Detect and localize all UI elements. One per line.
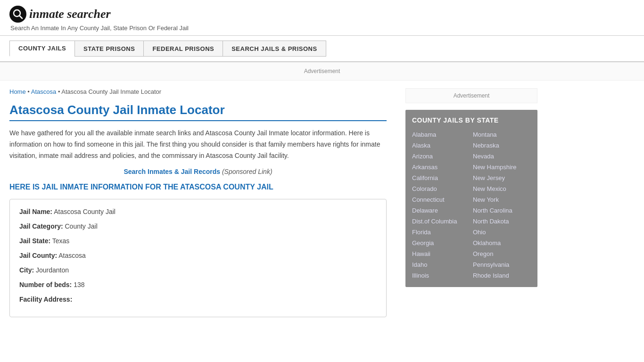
page-description: We have gathered for you all the availab… (9, 128, 387, 161)
sponsored-link-area: Search Inmates & Jail Records (Sponsored… (9, 168, 387, 175)
state-link[interactable]: Georgia (412, 238, 470, 248)
city-row: City: Jourdanton (19, 265, 377, 275)
jail-name-row: Jail Name: Atascosa County Jail (19, 207, 377, 217)
info-box: Jail Name: Atascosa County Jail Jail Cat… (9, 199, 387, 317)
nav-search-jails[interactable]: SEARCH JAILS & PRISONS (223, 41, 326, 57)
state-link[interactable]: Alaska (412, 140, 470, 150)
address-label: Facility Address: (19, 296, 72, 303)
svg-line-1 (19, 16, 22, 18)
state-link[interactable]: Montana (473, 130, 531, 140)
state-link[interactable]: New Mexico (473, 184, 531, 194)
state-link[interactable]: Illinois (412, 271, 470, 280)
nav-county-jails[interactable]: COUNTY JAILS (9, 41, 74, 57)
sponsored-link[interactable]: Search Inmates & Jail Records (124, 168, 220, 175)
state-link[interactable]: Nebraska (473, 140, 531, 150)
sponsored-label: (Sponsored Link) (222, 168, 272, 175)
city-value: Jourdanton (36, 266, 69, 274)
state-link[interactable]: Hawaii (412, 249, 470, 259)
logo-area: inmate searcher (9, 6, 635, 23)
logo-text: inmate searcher (29, 7, 111, 21)
jail-state-row: Jail State: Texas (19, 236, 377, 246)
state-link[interactable]: North Carolina (473, 206, 531, 215)
state-link[interactable]: Oregon (473, 249, 531, 259)
nav-federal-prisons[interactable]: FEDERAL PRISONS (143, 41, 223, 57)
main-content: Home • Atascosa • Atascosa County Jail I… (9, 81, 396, 327)
jail-category-label: Jail Category: (19, 222, 63, 230)
state-link[interactable]: Alabama (412, 130, 470, 140)
state-grid: AlabamaMontanaAlaskaNebraskaArizonaNevad… (412, 130, 531, 280)
jail-category-value: County Jail (65, 222, 97, 230)
nav-state-prisons[interactable]: STATE PRISONS (74, 41, 143, 57)
jail-county-label: Jail County: (19, 252, 57, 259)
tagline: Search An Inmate In Any County Jail, Sta… (10, 25, 635, 32)
state-link[interactable]: Oklahoma (473, 238, 531, 248)
state-link[interactable]: New York (473, 195, 531, 205)
jail-category-row: Jail Category: County Jail (19, 222, 377, 231)
jail-county-value: Atascosa (58, 252, 86, 259)
city-label: City: (19, 266, 34, 274)
ad-top-banner: Advertisement (0, 62, 644, 81)
state-link[interactable]: Dist.of Columbia (412, 216, 470, 226)
ad-sidebar: Advertisement (405, 88, 537, 103)
beds-value: 138 (74, 281, 84, 288)
jail-state-value: Texas (52, 237, 70, 245)
header: inmate searcher Search An Inmate In Any … (0, 0, 644, 36)
state-link[interactable]: New Jersey (473, 173, 531, 183)
breadcrumb: Home • Atascosa • Atascosa County Jail I… (9, 88, 387, 95)
state-link[interactable]: Nevada (473, 151, 531, 161)
jail-name-value: Atascosa County Jail (54, 208, 116, 215)
state-link[interactable]: North Dakota (473, 216, 531, 226)
jail-state-label: Jail State: (19, 237, 50, 245)
main-layout: Home • Atascosa • Atascosa County Jail I… (0, 81, 641, 327)
state-link[interactable]: Arkansas (412, 162, 470, 172)
state-link[interactable]: Colorado (412, 184, 470, 194)
state-link[interactable]: Florida (412, 227, 470, 237)
page-title: Atascosa County Jail Inmate Locator (9, 103, 387, 121)
breadcrumb-home[interactable]: Home (9, 88, 26, 95)
state-box: COUNTY JAILS BY STATE AlabamaMontanaAlas… (405, 110, 537, 287)
state-box-title: COUNTY JAILS BY STATE (412, 116, 531, 124)
jail-name-label: Jail Name: (19, 208, 52, 215)
state-link[interactable]: New Hampshire (473, 162, 531, 172)
beds-label: Number of beds: (19, 281, 72, 288)
state-link[interactable]: Delaware (412, 206, 470, 215)
state-link[interactable]: Pennsylvania (473, 260, 531, 270)
state-link[interactable]: Arizona (412, 151, 470, 161)
address-row: Facility Address: (19, 295, 377, 304)
nav-bar: COUNTY JAILS STATE PRISONS FEDERAL PRISO… (0, 36, 644, 62)
breadcrumb-atascosa[interactable]: Atascosa (31, 88, 56, 95)
breadcrumb-current: Atascosa County Jail Inmate Locator (61, 88, 161, 95)
sidebar: Advertisement COUNTY JAILS BY STATE Alab… (396, 81, 537, 327)
state-link[interactable]: California (412, 173, 470, 183)
jail-county-row: Jail County: Atascosa (19, 251, 377, 261)
state-link[interactable]: Idaho (412, 260, 470, 270)
state-link[interactable]: Ohio (473, 227, 531, 237)
state-link[interactable]: Connecticut (412, 195, 470, 205)
logo-icon (9, 6, 26, 23)
section-heading: HERE IS JAIL INMATE INFORMATION FOR THE … (9, 183, 387, 191)
state-link[interactable]: Rhode Island (473, 271, 531, 280)
beds-row: Number of beds: 138 (19, 280, 377, 290)
